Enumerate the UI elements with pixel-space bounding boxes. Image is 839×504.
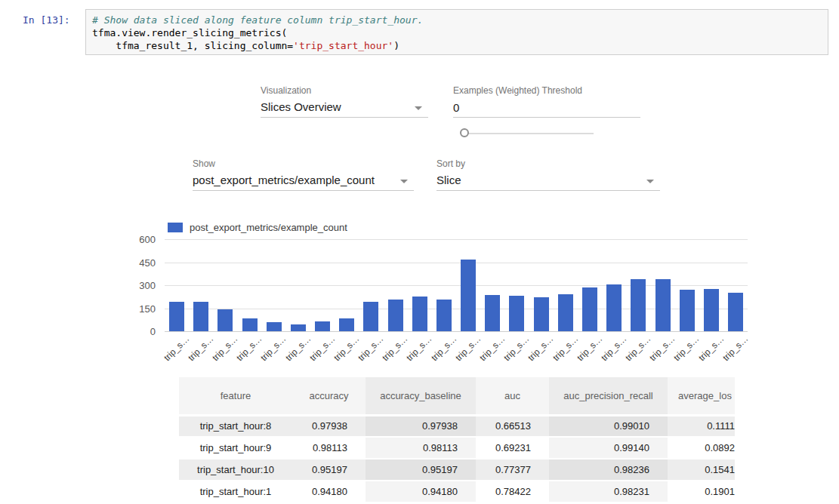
bar-slot: trip_s… bbox=[529, 239, 554, 331]
feature-cell: trip_start_hour:10 bbox=[179, 459, 292, 481]
bar[interactable] bbox=[534, 297, 549, 331]
metric-value-cell: 0.77377 bbox=[476, 459, 549, 481]
x-tick-label: trip_s… bbox=[162, 333, 191, 363]
bar[interactable] bbox=[461, 260, 476, 331]
bar[interactable] bbox=[388, 300, 403, 331]
x-tick-label: trip_s… bbox=[356, 333, 385, 363]
bar-slot: trip_s… bbox=[456, 239, 480, 331]
bar-slot: trip_s… bbox=[504, 239, 529, 331]
bar-slot: trip_s… bbox=[675, 239, 699, 331]
metric-value-cell: 0.95197 bbox=[366, 459, 476, 481]
table-row: trip_start_hour:100.951970.951970.773770… bbox=[179, 459, 735, 481]
code-line: tfma_result_1, slicing_column= bbox=[92, 40, 293, 51]
bar-slot: trip_s… bbox=[286, 239, 310, 331]
bar-slot: trip_s… bbox=[335, 239, 359, 331]
x-tick-label: trip_s… bbox=[332, 333, 361, 363]
code-cell[interactable]: # Show data sliced along feature column … bbox=[85, 9, 828, 55]
x-tick-label: trip_s… bbox=[477, 333, 507, 363]
metric-value-cell: 0.97938 bbox=[292, 415, 366, 437]
bar[interactable] bbox=[606, 284, 622, 331]
bar[interactable] bbox=[485, 295, 500, 331]
bar[interactable] bbox=[655, 279, 671, 331]
show-label: Show bbox=[193, 158, 215, 169]
sort-by-dropdown[interactable]: Slice bbox=[436, 171, 660, 191]
code-line: tfma.view.render_slicing_metrics( bbox=[92, 27, 287, 38]
visualization-label: Visualization bbox=[261, 85, 311, 96]
visualization-value: Slices Overview bbox=[261, 100, 341, 113]
bar[interactable] bbox=[704, 289, 719, 331]
metric-value-cell: 0.97938 bbox=[366, 415, 476, 437]
column-header: accuracy bbox=[292, 377, 366, 415]
bar-slot: trip_s… bbox=[359, 239, 383, 331]
x-tick-label: trip_s… bbox=[429, 333, 458, 363]
code-comment: # Show data sliced along feature column … bbox=[92, 14, 423, 26]
x-tick-label: trip_s… bbox=[623, 333, 652, 363]
table-row: trip_start_hour:80.979380.979380.665130.… bbox=[179, 415, 735, 437]
bar[interactable] bbox=[631, 279, 646, 331]
y-tick-label: 300 bbox=[118, 280, 156, 291]
threshold-slider-handle[interactable] bbox=[460, 128, 469, 137]
bar-slot: trip_s… bbox=[602, 239, 626, 331]
threshold-slider-track[interactable] bbox=[464, 133, 594, 134]
x-tick-label: trip_s… bbox=[380, 333, 409, 363]
x-tick-label: trip_s… bbox=[526, 333, 555, 363]
visualization-dropdown[interactable]: Slices Overview bbox=[261, 98, 428, 118]
x-tick-label: trip_s… bbox=[671, 333, 701, 363]
bar[interactable] bbox=[412, 297, 427, 331]
x-axis-line bbox=[165, 331, 748, 332]
bar[interactable] bbox=[291, 324, 306, 331]
bar[interactable] bbox=[267, 322, 282, 331]
bar-slot: trip_s… bbox=[213, 239, 237, 331]
x-tick-label: trip_s… bbox=[575, 333, 604, 363]
bar-slot: trip_s… bbox=[650, 239, 674, 331]
x-tick-label: trip_s… bbox=[405, 333, 434, 363]
y-tick-label: 150 bbox=[118, 303, 156, 315]
metric-value-cell: 0.0892 bbox=[668, 437, 735, 459]
bar-slot: trip_s… bbox=[699, 239, 723, 331]
bar-slot: trip_s… bbox=[626, 239, 650, 331]
bar[interactable] bbox=[339, 318, 354, 331]
bar-slot: trip_s… bbox=[554, 239, 578, 331]
legend-swatch-icon bbox=[168, 223, 183, 232]
bar[interactable] bbox=[436, 300, 452, 331]
column-header: accuracy_baseline bbox=[366, 377, 476, 415]
bar[interactable] bbox=[242, 318, 258, 331]
x-tick-label: trip_s… bbox=[696, 333, 726, 363]
bar[interactable] bbox=[509, 296, 524, 331]
bar-slot: trip_s… bbox=[189, 239, 213, 331]
x-tick-label: trip_s… bbox=[307, 333, 337, 363]
feature-cell: trip_start_hour:8 bbox=[179, 415, 292, 437]
column-header: auc_precision_recall bbox=[549, 377, 668, 415]
bar[interactable] bbox=[217, 309, 233, 331]
show-metric-dropdown[interactable]: post_export_metrics/example_count bbox=[193, 171, 414, 191]
metric-value-cell: 0.1901 bbox=[668, 481, 735, 502]
bar[interactable] bbox=[169, 302, 184, 331]
x-tick-label: trip_s… bbox=[234, 333, 264, 363]
feature-cell: trip_start_hour:9 bbox=[179, 437, 292, 459]
bar-slot: trip_s… bbox=[262, 239, 286, 331]
table-row: trip_start_hour:10.941800.941800.784220.… bbox=[179, 481, 735, 502]
bar[interactable] bbox=[193, 302, 208, 331]
sort-by-value: Slice bbox=[436, 174, 461, 186]
bar-slot: trip_s… bbox=[310, 239, 335, 331]
x-tick-label: trip_s… bbox=[210, 333, 239, 363]
metric-value-cell: 0.1541 bbox=[668, 459, 735, 481]
bar-series: trip_s…trip_s…trip_s…trip_s…trip_s…trip_… bbox=[165, 239, 748, 331]
threshold-input[interactable] bbox=[453, 98, 640, 118]
bar[interactable] bbox=[582, 287, 597, 331]
threshold-label: Examples (Weighted) Threshold bbox=[453, 85, 582, 96]
metric-value-cell: 0.69231 bbox=[476, 437, 549, 459]
chevron-down-icon bbox=[400, 180, 408, 183]
y-tick-label: 0 bbox=[118, 326, 156, 337]
bar-slot: trip_s… bbox=[238, 239, 262, 331]
bar[interactable] bbox=[558, 294, 573, 331]
bar[interactable] bbox=[728, 293, 743, 331]
metric-value-cell: 0.99140 bbox=[549, 437, 668, 459]
metric-value-cell: 0.99010 bbox=[549, 415, 668, 437]
bar[interactable] bbox=[680, 290, 695, 331]
bar-slot: trip_s… bbox=[408, 239, 432, 331]
show-metric-value: post_export_metrics/example_count bbox=[193, 174, 375, 186]
bar[interactable] bbox=[363, 302, 378, 331]
metric-value-cell: 0.98236 bbox=[549, 459, 668, 481]
bar[interactable] bbox=[315, 321, 330, 331]
